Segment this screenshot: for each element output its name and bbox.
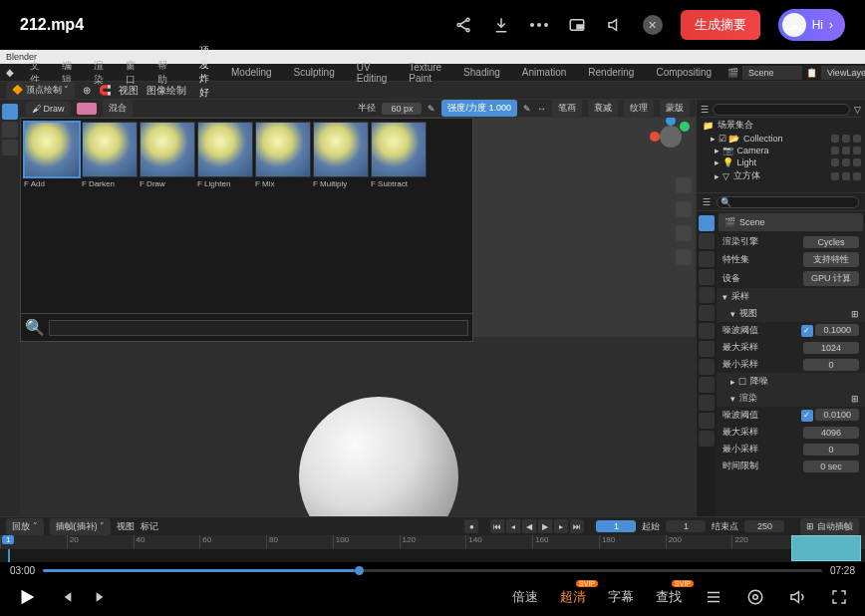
brush-preset[interactable]: F Darken: [82, 122, 138, 190]
pivot-icon[interactable]: ⊕: [83, 85, 91, 96]
pressure-icon[interactable]: ✎: [523, 104, 531, 114]
brush-search-input[interactable]: [49, 320, 468, 336]
render-section[interactable]: ▾ 渲染⊞: [717, 390, 865, 407]
brush-preset[interactable]: F Mix: [255, 122, 311, 190]
more-icon[interactable]: [529, 15, 549, 35]
playback-menu[interactable]: 回放 ˅: [6, 518, 44, 535]
workspace-tab[interactable]: 顶发炸好: [193, 42, 215, 104]
playlist-icon[interactable]: [704, 587, 723, 607]
workspace-tab[interactable]: Rendering: [582, 65, 640, 80]
scene-tab[interactable]: [699, 269, 715, 285]
particle-tab[interactable]: [699, 341, 715, 357]
feature-select[interactable]: 支持特性: [803, 252, 859, 267]
render-tab[interactable]: [699, 215, 715, 231]
props-search[interactable]: 🔍: [717, 196, 859, 208]
outliner-item[interactable]: ▸ 💡 Light: [701, 156, 861, 168]
mode-dropdown[interactable]: 🔶 顶点绘制 ˅: [6, 82, 75, 99]
rmin-field[interactable]: 0: [803, 444, 859, 456]
device-select[interactable]: GPU 计算: [803, 271, 859, 286]
snap-icon[interactable]: 🧲: [99, 85, 111, 96]
object-tab[interactable]: [699, 305, 715, 321]
view-menu[interactable]: 视图: [119, 84, 139, 98]
viewlayer-field[interactable]: [821, 66, 865, 80]
jump-end-icon[interactable]: ⏭: [570, 519, 584, 533]
prev-key-icon[interactable]: ◂: [506, 519, 520, 533]
outliner-item[interactable]: ▸ ▽ 立方体: [701, 168, 861, 183]
rnoise-checkbox[interactable]: ✓: [801, 410, 813, 422]
end-frame[interactable]: [744, 520, 784, 532]
image-menu[interactable]: 图像绘制: [146, 84, 186, 98]
avatar-button[interactable]: ☁ Hi ›: [778, 9, 845, 41]
settings-icon[interactable]: [745, 587, 765, 607]
prev-button[interactable]: [58, 589, 74, 605]
viewport-3d[interactable]: F AddF DarkenF DrawF LightenF MixF Multi…: [20, 118, 696, 516]
find-button[interactable]: 查找SVIP: [656, 588, 682, 606]
workspace-tab[interactable]: UV Editing: [351, 60, 394, 86]
min-samples-field[interactable]: 0: [803, 359, 859, 371]
texture-tab[interactable]: [699, 431, 715, 447]
outliner-search[interactable]: [713, 104, 850, 116]
autokey-toggle[interactable]: ●: [464, 519, 478, 533]
workspace-tab[interactable]: Animation: [516, 65, 572, 80]
max-samples-field[interactable]: 1024: [803, 342, 859, 354]
fullscreen-icon[interactable]: [829, 587, 849, 607]
rmax-field[interactable]: 4096: [803, 427, 859, 439]
workspace-tab[interactable]: Sculpting: [288, 65, 341, 80]
quality-button[interactable]: 超清SVIP: [560, 588, 586, 606]
subtitle-button[interactable]: 字幕: [608, 588, 634, 606]
axis-y[interactable]: [680, 122, 690, 132]
falloff-menu[interactable]: 衰减: [588, 100, 618, 117]
perspective-icon[interactable]: [676, 249, 692, 265]
timeline-ruler[interactable]: 020406080100120140160180200220240: [0, 535, 865, 549]
next-key-icon[interactable]: ▸: [554, 519, 568, 533]
sampling-section[interactable]: ▾ 采样: [717, 288, 865, 305]
workspace-tab[interactable]: Texture Paint: [403, 60, 447, 86]
scene-datablock[interactable]: 🎬 Scene: [719, 213, 863, 231]
brush-preset[interactable]: F Draw: [140, 122, 195, 190]
brush-dropdown[interactable]: 🖌 Draw: [26, 102, 71, 116]
outliner-collection[interactable]: ▸ ☑ 📂 Collection: [701, 133, 861, 145]
brush-preset[interactable]: F Subtract: [371, 122, 427, 190]
stroke-menu[interactable]: 笔画: [552, 100, 582, 117]
workspace-tab[interactable]: Compositing: [650, 65, 718, 80]
filter-icon[interactable]: ▽: [854, 105, 861, 115]
close-banner-icon[interactable]: ✕: [643, 15, 663, 35]
mirror-icon[interactable]: ↔: [537, 104, 546, 114]
blur-tool[interactable]: [2, 122, 18, 138]
speed-button[interactable]: 倍速: [512, 588, 538, 606]
play-fwd-icon[interactable]: ▶: [538, 519, 552, 533]
physics-tab[interactable]: [699, 359, 715, 375]
workspace-tab[interactable]: Modeling: [225, 65, 278, 80]
output-tab[interactable]: [699, 233, 715, 249]
outliner-item[interactable]: ▸ 📷 Camera: [701, 145, 861, 156]
strength-field[interactable]: 强度/力度 1.000: [441, 100, 517, 117]
noise-field[interactable]: 0.1000: [815, 324, 859, 336]
color-swatch[interactable]: [77, 103, 97, 115]
play-rev-icon[interactable]: ◀: [522, 519, 536, 533]
smear-tool[interactable]: [2, 140, 18, 155]
play-button[interactable]: [16, 586, 38, 608]
pip-icon[interactable]: [567, 15, 587, 35]
time-field[interactable]: 0 sec: [803, 461, 859, 472]
pressure-icon[interactable]: ✎: [428, 104, 435, 114]
jump-start-icon[interactable]: ⏮: [490, 519, 504, 533]
radius-field[interactable]: [382, 103, 422, 115]
blend-mode[interactable]: 混合: [103, 100, 133, 117]
zoom-icon[interactable]: [676, 177, 692, 193]
timeline-view[interactable]: 视图: [117, 520, 135, 533]
current-frame[interactable]: [596, 520, 636, 532]
outliner-mode-icon[interactable]: ☰: [701, 105, 709, 115]
brush-preset[interactable]: F Add: [24, 122, 80, 190]
nav-gizmo[interactable]: [660, 126, 682, 148]
scene-field[interactable]: [742, 66, 802, 80]
axis-z[interactable]: [666, 118, 676, 126]
world-tab[interactable]: [699, 287, 715, 303]
props-mode-icon[interactable]: ☰: [703, 197, 711, 207]
mask-menu[interactable]: 蒙版: [660, 100, 690, 117]
denoise-section[interactable]: ▸ ☐ 降噪: [717, 373, 865, 390]
engine-select[interactable]: Cycles: [803, 236, 859, 248]
outliner-root[interactable]: 📁 场景集合: [701, 118, 861, 133]
axis-x[interactable]: [650, 132, 660, 142]
menu-render[interactable]: 渲染: [88, 57, 110, 89]
camera-icon[interactable]: [676, 225, 692, 241]
